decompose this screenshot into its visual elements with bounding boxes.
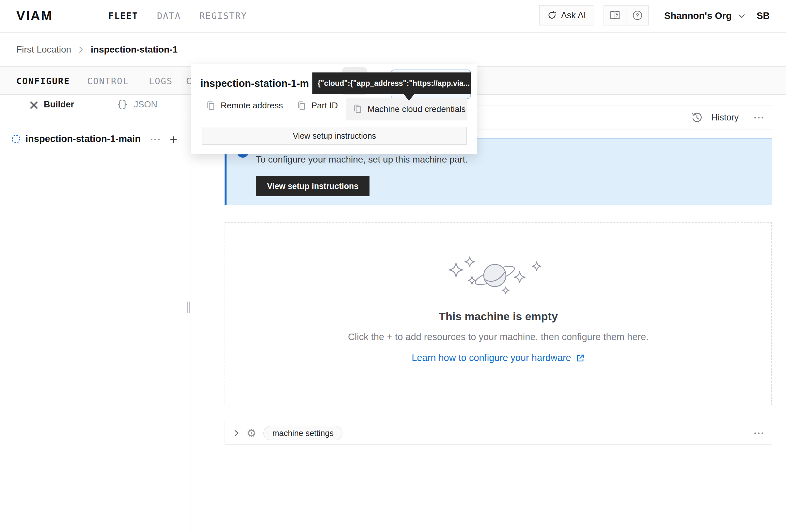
sidebar-part-name: inspection-station-1-main (25, 134, 141, 144)
ask-ai-label: Ask AI (561, 10, 586, 21)
machine-header-row: First Location inspection-station-1 Awai… (0, 33, 786, 66)
view-setup-instructions-button[interactable]: View setup instructions (256, 176, 370, 196)
learn-hardware-link[interactable]: Learn how to configure your hardware (225, 352, 771, 363)
part-name-title[interactable]: inspection-station-1-m (201, 78, 309, 89)
ask-ai-icon (547, 10, 557, 21)
help-button[interactable]: ? (626, 5, 648, 25)
viam-app-window: VIAM FLEET DATA REGISTRY Ask AI (0, 0, 786, 532)
json-mode-button[interactable]: JSON (134, 99, 157, 110)
nav-data[interactable]: DATA (157, 11, 181, 21)
planet-sparkles-illustration (444, 246, 552, 299)
tab-configure[interactable]: CONFIGURE (16, 76, 70, 86)
nav-fleet[interactable]: FLEET (108, 11, 138, 21)
copy-part-id-label: Part ID (311, 100, 338, 111)
header-divider (82, 8, 82, 25)
gear-icon: ⚙ (247, 427, 256, 439)
machine-settings-menu-icon[interactable] (754, 433, 763, 434)
org-name: Shannon's Org (664, 10, 732, 21)
chevron-down-icon (738, 14, 745, 19)
sidebar-bottom-divider (0, 528, 191, 528)
org-switcher[interactable]: Shannon's Org (664, 10, 745, 21)
viam-logo[interactable]: VIAM (16, 8, 53, 23)
copy-icon (297, 101, 306, 111)
builder-mode-button[interactable]: Builder (44, 99, 74, 110)
svg-text:?: ? (635, 13, 639, 19)
tab-logs[interactable]: LOGS (149, 76, 173, 86)
breadcrumb-location[interactable]: First Location (16, 44, 71, 55)
ask-ai-button[interactable]: Ask AI (539, 5, 594, 25)
json-braces-icon: {} (117, 99, 128, 110)
docs-button[interactable] (604, 5, 626, 25)
part-awaiting-setup-icon (11, 134, 21, 144)
part-card-menu-icon[interactable] (754, 117, 763, 118)
nav-registry[interactable]: REGISTRY (200, 11, 247, 21)
config-mode-toggle: Builder {} JSON (0, 95, 191, 115)
copy-machine-cloud-credentials-button[interactable]: Machine cloud credentials (346, 98, 467, 120)
breadcrumb: First Location inspection-station-1 (16, 33, 178, 66)
tab-control[interactable]: CONTROL (87, 76, 129, 86)
history-button[interactable]: History (711, 113, 739, 123)
copy-icon (206, 101, 215, 111)
copy-remote-address-label: Remote address (221, 100, 283, 111)
chevron-right-icon (78, 45, 84, 54)
book-icon (609, 10, 621, 21)
banner-message: To configure your machine, set up this m… (256, 154, 468, 165)
copy-icon (353, 104, 362, 114)
machine-settings-section[interactable]: ⚙ machine settings (225, 422, 772, 444)
sidebar-resize-handle[interactable] (186, 301, 191, 314)
copy-part-id-button[interactable]: Part ID (297, 100, 338, 111)
part-menu-icon[interactable] (151, 139, 160, 140)
learn-hardware-link-label: Learn how to configure your hardware (412, 352, 571, 363)
empty-machine-panel: This machine is empty Click the + to add… (225, 222, 772, 406)
external-link-icon (576, 353, 585, 363)
popup-view-setup-instructions-button[interactable]: View setup instructions (202, 127, 467, 145)
history-clock-icon (691, 112, 703, 123)
copy-machine-cloud-credentials-label: Machine cloud credentials (368, 104, 466, 114)
breadcrumb-machine-name: inspection-station-1 (91, 44, 178, 55)
help-button-group: ? (603, 5, 649, 25)
expand-chevron-icon (233, 429, 239, 438)
copy-remote-address-button[interactable]: Remote address (206, 100, 283, 111)
top-nav-bar: VIAM FLEET DATA REGISTRY Ask AI (0, 0, 786, 33)
empty-state-title: This machine is empty (225, 310, 771, 323)
tooltip-caret (403, 94, 415, 101)
add-resource-button[interactable]: + (170, 133, 177, 147)
sidebar-part-item[interactable]: inspection-station-1-main + (0, 130, 191, 149)
user-avatar[interactable]: SB (757, 10, 770, 21)
empty-state-subtitle: Click the + to add resources to your mac… (225, 331, 771, 342)
machine-settings-pill: machine settings (263, 426, 342, 440)
credentials-tooltip: {"cloud":{"app_address":"https://app.via… (313, 72, 471, 94)
question-mark-icon: ? (632, 10, 643, 21)
builder-tools-icon (29, 100, 39, 110)
